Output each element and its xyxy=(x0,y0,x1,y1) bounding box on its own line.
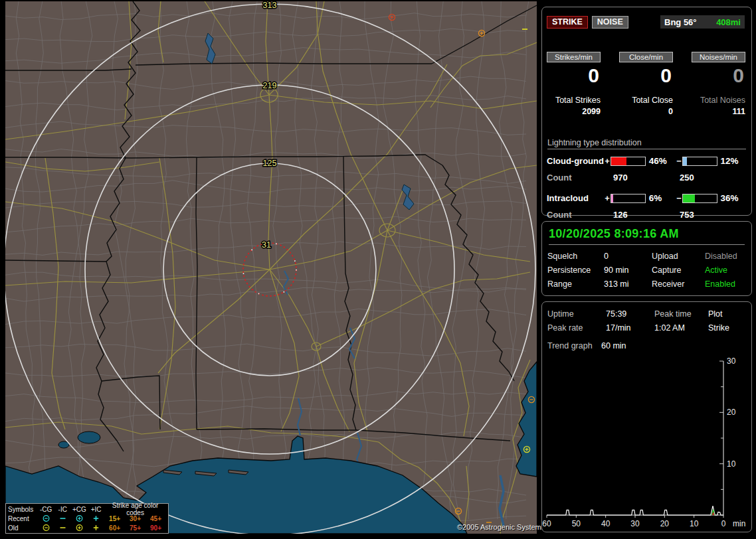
old-neg-ic-icon xyxy=(54,523,71,532)
uptime-value: 75:39 xyxy=(606,309,654,319)
copyright-text: ©2005 Astrogenic Systems xyxy=(457,523,535,531)
counters-panel: STRIKE NOISE Bng 56° 408mi Strikes/min C… xyxy=(541,7,752,216)
old-neg-cg-icon xyxy=(38,523,54,532)
total-noises-value: 111 xyxy=(692,107,745,116)
plot-type-value: Strike xyxy=(708,323,745,333)
capture-label: Capture xyxy=(652,266,705,275)
cloud-ground-label: Cloud-ground xyxy=(547,156,604,166)
total-noises-label: Total Noises xyxy=(692,96,745,105)
map-canvas: 31321912531 xyxy=(5,1,537,534)
legend-col-pos-cg: +CG xyxy=(71,506,88,513)
ring-label-31: 31 xyxy=(262,240,271,250)
legend-old-label: Old xyxy=(8,524,38,532)
recent-neg-cg-icon xyxy=(38,514,54,523)
legend-title: Symbols xyxy=(8,506,38,513)
svg-text:10: 10 xyxy=(690,519,699,528)
distribution-title: Lightning type distribution xyxy=(547,138,746,149)
recent-neg-ic-icon xyxy=(54,514,71,523)
old-pos-cg-icon xyxy=(71,523,88,532)
ic-positive-bar xyxy=(611,194,646,203)
ic-negative-pct: 36% xyxy=(717,193,746,203)
legend-col-pos-ic: +IC xyxy=(88,506,104,513)
noises-per-min-button[interactable]: Noises/min xyxy=(692,52,745,62)
svg-text:60: 60 xyxy=(542,519,551,528)
nexstorm-window: 31321912531 Symbols -CG -IC +CG +IC Stri… xyxy=(0,0,756,539)
total-close-value: 0 xyxy=(619,107,673,116)
upload-status: Disabled xyxy=(705,252,745,261)
strikes-per-min-button[interactable]: Strikes/min xyxy=(547,52,601,62)
svg-text:0: 0 xyxy=(721,519,726,528)
persistence-label: Persistence xyxy=(547,266,604,275)
intracloud-count-row: Count 126 753 xyxy=(547,210,746,220)
trend-graph-window: 60 min xyxy=(601,341,626,350)
receiver-label: Receiver xyxy=(652,279,705,289)
upload-label: Upload xyxy=(652,252,705,261)
minus-sign: − xyxy=(676,193,682,203)
map-legend: Symbols -CG -IC +CG +IC Strike age color… xyxy=(5,503,169,534)
cg-positive-count: 970 xyxy=(613,173,680,183)
peak-time-value: 1:02 AM xyxy=(654,323,708,333)
plus-sign: + xyxy=(604,156,611,166)
total-close-label: Total Close xyxy=(619,96,673,105)
legend-recent-row: Recent 15+ 30+ 45+ xyxy=(8,514,166,523)
svg-text:20: 20 xyxy=(660,519,670,528)
trend-series-strikes xyxy=(547,506,723,515)
strikes-rate-value: 0 xyxy=(547,65,601,86)
lake-pontchartrain xyxy=(78,431,100,443)
age-90: 90+ xyxy=(145,524,166,532)
legend-col-neg-ic: -IC xyxy=(54,506,71,513)
trend-panel: Uptime 75:39 Peak time Plot Peak rate 17… xyxy=(541,301,752,532)
ic-positive-count: 126 xyxy=(613,210,680,220)
peak-rate-value: 17/min xyxy=(606,323,654,333)
total-strikes-value: 2099 xyxy=(547,107,601,116)
range-label: Range xyxy=(547,279,604,289)
svg-text:30: 30 xyxy=(630,519,640,528)
svg-text:30: 30 xyxy=(727,356,736,366)
legend-header-row: Symbols -CG -IC +CG +IC Strike age color… xyxy=(8,504,166,514)
age-45: 45+ xyxy=(145,515,166,522)
bearing-distance-readout: Bng 56° 408mi xyxy=(660,15,745,29)
lightning-map: 31321912531 Symbols -CG -IC +CG +IC Stri… xyxy=(5,1,537,534)
trend-series-noise xyxy=(713,512,714,515)
uptime-label: Uptime xyxy=(547,309,606,319)
receiver-status: Enabled xyxy=(705,279,745,289)
noises-rate-value: 0 xyxy=(692,65,745,86)
total-strikes-label: Total Strikes xyxy=(547,96,601,105)
trend-graph-label: Trend graph xyxy=(547,341,601,350)
plot-mode-value: Plot xyxy=(708,309,745,319)
recent-pos-ic-icon xyxy=(88,514,104,523)
svg-text:20: 20 xyxy=(727,408,736,417)
age-30: 30+ xyxy=(125,515,145,522)
cg-negative-pct: 12% xyxy=(717,156,746,166)
peak-rate-label: Peak rate xyxy=(547,323,606,333)
peak-time-label: Peak time xyxy=(654,309,708,319)
minus-sign: − xyxy=(676,156,682,166)
distance-value: 408mi xyxy=(716,17,741,27)
close-rate-value: 0 xyxy=(619,65,673,86)
legend-col-neg-cg: -CG xyxy=(38,506,54,513)
squelch-label: Squelch xyxy=(547,252,604,261)
ic-negative-bar xyxy=(682,194,717,203)
cg-negative-count: 250 xyxy=(680,173,694,183)
legend-recent-label: Recent xyxy=(8,515,38,522)
trend-series-close xyxy=(712,510,715,516)
age-60: 60+ xyxy=(104,524,125,532)
cloud-ground-count-row: Count 970 250 xyxy=(547,173,746,183)
close-per-min-button[interactable]: Close/min xyxy=(619,52,673,62)
cg-negative-bar xyxy=(682,157,717,166)
strike-mode-button[interactable]: STRIKE xyxy=(547,16,588,29)
svg-text:50: 50 xyxy=(572,519,581,528)
count-label: Count xyxy=(547,210,613,220)
age-15: 15+ xyxy=(104,515,125,522)
cg-positive-bar xyxy=(611,157,646,166)
persistence-value: 90 min xyxy=(604,266,652,275)
intracloud-label: Intracloud xyxy=(547,193,604,203)
svg-text:min: min xyxy=(733,519,745,528)
noise-mode-button[interactable]: NOISE xyxy=(592,16,628,29)
trend-chart: 1020306050403020100min xyxy=(542,302,751,532)
bearing-value: Bng 56° xyxy=(664,17,697,27)
old-pos-ic-icon xyxy=(88,523,104,532)
ring-label-219: 219 xyxy=(263,81,277,90)
count-label: Count xyxy=(547,173,613,183)
legend-old-row: Old 60+ 75+ 90+ xyxy=(8,523,166,532)
